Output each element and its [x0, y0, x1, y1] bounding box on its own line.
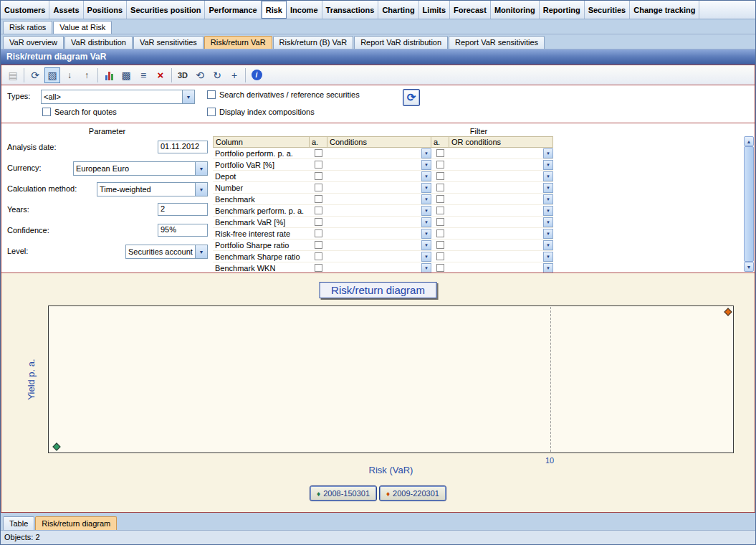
conditions-dropdown[interactable]: ▼ [327, 263, 431, 273]
conditions-dropdown[interactable]: ▼ [327, 160, 431, 170]
or-conditions-dropdown[interactable]: ▼ [449, 229, 553, 239]
menu-tab-securities-position[interactable]: Securities position [127, 1, 205, 19]
chevron-down-icon[interactable]: ▼ [543, 263, 553, 273]
chevron-down-icon[interactable]: ▼ [543, 160, 553, 170]
crosshair-icon[interactable]: + [226, 67, 242, 83]
or-conditions-dropdown[interactable]: ▼ [449, 194, 553, 204]
currency-select[interactable]: European Euro ▼ [73, 161, 208, 176]
and-checkbox[interactable] [315, 252, 322, 260]
chevron-down-icon[interactable]: ▼ [543, 229, 553, 239]
chevron-down-icon[interactable]: ▼ [543, 206, 553, 216]
menu-tab-performance[interactable]: Performance [205, 1, 261, 19]
tab-var-overview[interactable]: VaR overview [3, 36, 64, 49]
display-index-checkbox[interactable]: Display index compositions [207, 108, 315, 116]
conditions-dropdown[interactable]: ▼ [327, 171, 431, 181]
search-derivatives-checkbox[interactable]: Search derivatives / reference securitie… [207, 90, 360, 99]
checkbox-icon[interactable] [207, 108, 216, 116]
series2-point[interactable] [724, 308, 732, 316]
tab-risk-ratios[interactable]: Risk ratios [3, 21, 52, 34]
or-checkbox[interactable] [436, 241, 444, 249]
sort-ascending-icon[interactable]: ↑ [79, 67, 95, 83]
analysis-date-input[interactable]: 01.11.2012 [158, 141, 208, 153]
column-header-and2[interactable]: a. [431, 136, 449, 148]
legend-series2-button[interactable]: ♦ 2009-220301 [379, 485, 446, 501]
search-quotes-checkbox[interactable]: Search for quotes [42, 108, 117, 116]
menu-tab-reporting[interactable]: Reporting [540, 1, 585, 19]
menu-tab-positions[interactable]: Positions [84, 1, 128, 19]
chevron-down-icon[interactable]: ▼ [421, 194, 431, 204]
checkbox-icon[interactable] [42, 108, 51, 116]
conditions-dropdown[interactable]: ▼ [327, 206, 431, 216]
conditions-dropdown[interactable]: ▼ [327, 252, 431, 262]
and-checkbox[interactable] [315, 207, 322, 214]
chart-image-icon[interactable]: ▩ [118, 67, 134, 83]
menu-tab-risk[interactable]: Risk [262, 1, 287, 19]
export-report-icon[interactable]: ▤ [5, 67, 21, 83]
or-conditions-dropdown[interactable]: ▼ [449, 171, 553, 181]
menu-tab-income[interactable]: Income [287, 1, 322, 19]
tab-report-var-sensitivities[interactable]: Report VaR sensitivities [449, 36, 545, 49]
tab-risk-return-b-var[interactable]: Risk/return (B) VaR [273, 36, 354, 49]
or-conditions-dropdown[interactable]: ▼ [449, 263, 553, 273]
or-checkbox[interactable] [436, 149, 444, 157]
and-checkbox[interactable] [315, 161, 322, 169]
chevron-down-icon[interactable]: ▼ [421, 160, 431, 170]
info-icon[interactable]: i [249, 67, 264, 83]
chevron-down-icon[interactable]: ▼ [543, 252, 553, 262]
conditions-dropdown[interactable]: ▼ [327, 183, 431, 193]
chevron-down-icon[interactable]: ▼ [421, 217, 431, 227]
types-select[interactable]: <all> ▼ [41, 90, 195, 104]
chevron-down-icon[interactable]: ▼ [543, 183, 553, 193]
or-conditions-dropdown[interactable]: ▼ [449, 160, 553, 170]
rotate-right-icon[interactable]: ↻ [209, 67, 225, 83]
and-checkbox[interactable] [315, 184, 322, 191]
tab-var-distribution[interactable]: VaR distribution [64, 36, 133, 49]
chevron-down-icon[interactable]: ▼ [421, 263, 431, 273]
or-checkbox[interactable] [436, 264, 444, 272]
years-input[interactable]: 2 [158, 203, 208, 216]
menu-tab-change-tracking[interactable]: Change tracking [630, 1, 699, 19]
plot-area[interactable] [48, 305, 734, 453]
refresh-icon[interactable]: ⟳ [27, 67, 43, 83]
and-checkbox[interactable] [315, 241, 322, 249]
menu-tab-limits[interactable]: Limits [419, 1, 450, 19]
chevron-down-icon[interactable]: ▼ [421, 148, 431, 158]
chevron-down-icon[interactable]: ▼ [182, 90, 194, 103]
three-d-icon[interactable]: 3D [175, 67, 191, 83]
or-conditions-dropdown[interactable]: ▼ [449, 240, 553, 250]
tab-report-var-distribution[interactable]: Report VaR distribution [354, 36, 448, 49]
tab-var-sensitivities[interactable]: VaR sensitivities [133, 36, 204, 49]
scrollbar-thumb[interactable] [744, 146, 754, 262]
conditions-dropdown[interactable]: ▼ [327, 229, 431, 239]
or-checkbox[interactable] [436, 252, 444, 260]
or-checkbox[interactable] [436, 172, 444, 180]
chart-select-icon[interactable]: ▧ [44, 67, 60, 83]
chevron-down-icon[interactable]: ▼ [543, 171, 553, 181]
rotate-left-icon[interactable]: ⟲ [192, 67, 208, 83]
bar-chart-icon[interactable] [101, 67, 117, 83]
chevron-down-icon[interactable]: ▼ [195, 183, 207, 196]
chevron-down-icon[interactable]: ▼ [543, 217, 553, 227]
menu-tab-charting[interactable]: Charting [378, 1, 418, 19]
or-checkbox[interactable] [436, 184, 444, 191]
and-checkbox[interactable] [315, 195, 322, 203]
menu-tab-securities[interactable]: Securities [585, 1, 631, 19]
or-checkbox[interactable] [436, 229, 444, 237]
tab-risk-return-diagram[interactable]: Risk/return diagram [35, 516, 117, 530]
menu-tab-forecast[interactable]: Forecast [450, 1, 491, 19]
or-conditions-dropdown[interactable]: ▼ [449, 206, 553, 216]
confidence-input[interactable]: 95% [158, 224, 208, 237]
and-checkbox[interactable] [315, 172, 322, 180]
conditions-dropdown[interactable]: ▼ [327, 240, 431, 250]
and-checkbox[interactable] [315, 218, 322, 226]
conditions-dropdown[interactable]: ▼ [327, 217, 431, 227]
chevron-down-icon[interactable]: ▼ [421, 171, 431, 181]
column-header-or-conditions[interactable]: OR conditions [449, 136, 553, 148]
level-select[interactable]: Securities account ▼ [125, 245, 208, 259]
or-checkbox[interactable] [436, 207, 444, 214]
chevron-down-icon[interactable]: ▼ [195, 245, 207, 258]
scroll-down-icon[interactable]: ▼ [744, 262, 754, 272]
tab-value-at-risk[interactable]: Value at Risk [53, 21, 112, 34]
chevron-down-icon[interactable]: ▼ [543, 194, 553, 204]
and-checkbox[interactable] [315, 229, 322, 237]
